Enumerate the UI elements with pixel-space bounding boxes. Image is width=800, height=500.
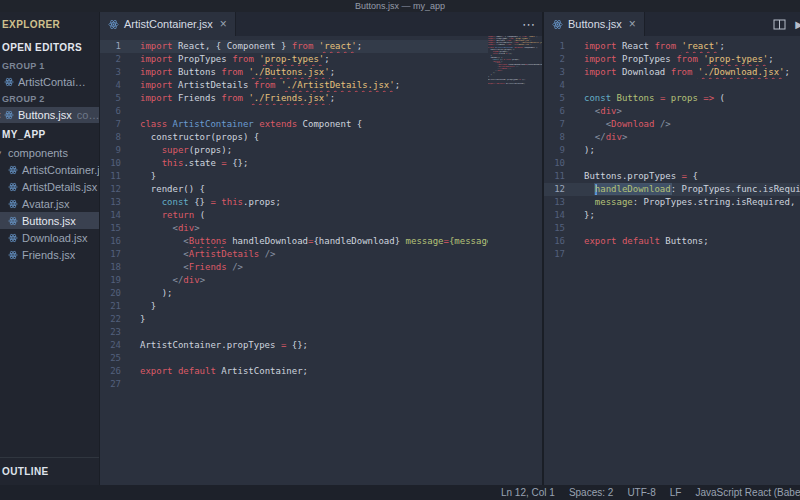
file-label: Avatar.jsx	[22, 198, 70, 210]
open-editors-list: GROUP 1ArtistContainer.jsxGROUP 2×Button…	[0, 57, 100, 123]
code-editor-artistcontainer[interactable]: 1import React, { Component } from 'react…	[100, 36, 542, 485]
code-line[interactable]: 17	[544, 248, 800, 261]
code-line[interactable]: 16export default Buttons;	[544, 235, 800, 248]
code-line[interactable]: 12 render() {	[100, 183, 542, 196]
line-number: 4	[100, 79, 130, 92]
line-number: 4	[544, 79, 574, 92]
tree-item-artistcontainer-jsx[interactable]: ArtistContainer.jsx	[0, 161, 100, 178]
line-number: 14	[100, 209, 130, 222]
code-line[interactable]: 18 <Friends />	[100, 261, 542, 274]
cursor-position-indicator[interactable]: Ln 12, Col 1	[501, 485, 555, 500]
code-line[interactable]: 7class ArtistContainer extends Component…	[100, 118, 542, 131]
line-number: 16	[544, 235, 574, 248]
encoding-indicator[interactable]: UTF-8	[627, 485, 655, 500]
code-line[interactable]: 9);	[544, 144, 800, 157]
code-line[interactable]: 9 super(props);	[100, 144, 542, 157]
code-line[interactable]: 27	[100, 378, 542, 391]
code-line[interactable]: 14 return (	[100, 209, 542, 222]
line-number: 11	[100, 170, 130, 183]
code-line[interactable]: 3import Download from './Download.jsx';	[544, 66, 800, 79]
line-number: 17	[544, 248, 574, 261]
code-line[interactable]: 4	[544, 79, 800, 92]
folder-label: components	[8, 147, 68, 159]
code-line[interactable]: 11Buttons.propTypes = {	[544, 170, 800, 183]
code-line[interactable]: 3import Buttons from './Buttons.jsx';	[100, 66, 542, 79]
code-line[interactable]: 12 handleDownload: PropTypes.func.isRequ…	[544, 183, 800, 196]
project-root-header[interactable]: MY_APP	[0, 123, 100, 144]
explorer-section-title: EXPLORER	[0, 12, 100, 36]
code-line[interactable]: 2import PropTypes from 'prop-types';	[100, 53, 542, 66]
code-line[interactable]: 6 <div>	[544, 105, 800, 118]
line-number: 6	[544, 105, 574, 118]
line-number: 8	[544, 131, 574, 144]
tab-close-icon[interactable]: ×	[220, 17, 227, 31]
code-line[interactable]: 5import Friends from './Friends.jsx';	[100, 92, 542, 105]
code-line[interactable]: 7 <Download />	[544, 118, 800, 131]
editor-group-left: ArtistContainer.jsx × ⋯ 1import React, {…	[100, 12, 542, 485]
tree-item-artistdetails-jsx[interactable]: ArtistDetails.jsx	[0, 178, 100, 195]
tab-label: Buttons.jsx	[568, 18, 622, 30]
line-number: 5	[544, 92, 574, 105]
code-line[interactable]: 10	[544, 157, 800, 170]
code-line[interactable]: 23	[100, 326, 542, 339]
code-line[interactable]: 19 </div>	[100, 274, 542, 287]
code-editor-buttons[interactable]: 1import React from 'react';2import PropT…	[544, 36, 800, 485]
code-line[interactable]: 1import React from 'react';	[544, 40, 800, 53]
code-line[interactable]: 22}	[100, 313, 542, 326]
open-editors-header[interactable]: OPEN EDITORS	[0, 36, 100, 57]
code-line[interactable]: 1import React, { Component } from 'react…	[100, 40, 542, 53]
file-label: Buttons.jsx	[22, 215, 76, 227]
chevron-down-icon: ▾	[0, 148, 4, 158]
line-number: 5	[100, 92, 130, 105]
code-line[interactable]: 5const Buttons = props => (	[544, 92, 800, 105]
eol-indicator[interactable]: LF	[670, 485, 682, 500]
code-line[interactable]: 25	[100, 352, 542, 365]
code-line[interactable]: 15 <div>	[100, 222, 542, 235]
code-line[interactable]: 14};	[544, 209, 800, 222]
minimap[interactable]: import React, { Component } from 'react'…	[488, 36, 542, 485]
code-line[interactable]: 13 message: PropTypes.string.isRequired,	[544, 196, 800, 209]
code-line[interactable]: 10 this.state = {};	[100, 157, 542, 170]
tab-artistcontainer-jsx[interactable]: ArtistContainer.jsx ×	[100, 12, 236, 36]
tab-close-icon[interactable]: ×	[629, 17, 636, 31]
window-title-bar: Buttons.jsx — my_app	[0, 0, 800, 12]
react-icon	[8, 233, 18, 243]
code-line[interactable]: 17 <ArtistDetails />	[100, 248, 542, 261]
code-line[interactable]: 21 }	[100, 300, 542, 313]
tree-item-friends-jsx[interactable]: Friends.jsx	[0, 246, 100, 263]
indentation-indicator[interactable]: Spaces: 2	[569, 485, 613, 500]
code-line[interactable]: 15	[544, 222, 800, 235]
language-mode-indicator[interactable]: JavaScript React (Babel)	[695, 485, 800, 500]
code-line[interactable]: 16 <Buttons handleDownload={handleDownlo…	[100, 235, 542, 248]
code-line[interactable]: 8 constructor(props) {	[100, 131, 542, 144]
code-line[interactable]: 6	[100, 105, 542, 118]
open-editor-item[interactable]: ArtistContainer.jsx	[0, 74, 100, 90]
line-number: 17	[100, 248, 130, 261]
left-tab-bar: ArtistContainer.jsx × ⋯	[100, 12, 542, 36]
code-line[interactable]: 11 }	[100, 170, 542, 183]
split-editor-icon[interactable]	[773, 19, 786, 30]
editor-more-actions-icon[interactable]: ⋯	[522, 17, 536, 32]
code-line[interactable]: 4import ArtistDetails from './ArtistDeta…	[100, 79, 542, 92]
open-editor-label: ArtistContainer.jsx	[18, 76, 90, 88]
status-bar-items: Ln 12, Col 1Spaces: 2UTF-8LFJavaScript R…	[501, 485, 800, 500]
outline-section-header[interactable]: OUTLINE	[0, 457, 100, 485]
tree-folder-components[interactable]: ▾components	[0, 144, 100, 161]
tree-item-buttons-jsx[interactable]: Buttons.jsx	[0, 212, 100, 229]
open-editor-item[interactable]: ×Buttons.jsxcomponents	[0, 107, 100, 123]
line-number: 6	[100, 105, 130, 118]
tree-item-avatar-jsx[interactable]: Avatar.jsx	[0, 195, 100, 212]
code-line[interactable]: 20 );	[100, 287, 542, 300]
tree-item-download-jsx[interactable]: Download.jsx	[0, 229, 100, 246]
run-icon[interactable]: ▶	[795, 19, 800, 30]
react-icon	[8, 182, 18, 192]
file-tree: ▾componentsArtistContainer.jsxArtistDeta…	[0, 144, 100, 263]
line-number: 10	[100, 157, 130, 170]
code-line[interactable]: 24ArtistContainer.propTypes = {};	[100, 339, 542, 352]
code-line[interactable]: 26export default ArtistContainer;	[100, 365, 542, 378]
code-line[interactable]: 13 const {} = this.props;	[100, 196, 542, 209]
tab-buttons-jsx[interactable]: Buttons.jsx ×	[544, 12, 645, 36]
line-number: 8	[100, 131, 130, 144]
code-line[interactable]: 8 </div>	[544, 131, 800, 144]
code-line[interactable]: 2import PropTypes from 'prop-types';	[544, 53, 800, 66]
